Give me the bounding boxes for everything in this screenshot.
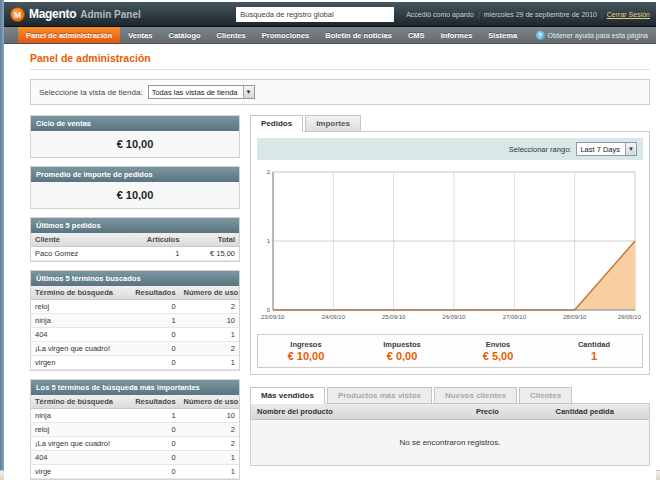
nav-item-informes[interactable]: Informes [433,27,481,43]
stat-value: 1 [546,350,642,362]
grid-column-nombre-del-producto[interactable]: Nombre del producto [251,404,470,419]
cell: 10 [180,314,239,328]
cell: 1 [180,465,239,479]
cell: 0 [128,451,180,465]
dashboard-content: Panel de administración Seleccione la vi… [4,44,656,480]
header-date: miércoles 29 de septiembre de 2010 [484,11,597,18]
cell: 0 [128,423,180,437]
stat-label: Ingresos [258,340,354,349]
last-search-terms-box: Últimos 5 términos buscados Término de b… [30,270,240,371]
cell: 1 [131,247,183,261]
nav-item-cms[interactable]: CMS [400,27,433,43]
help-label: Obtener ayuda para esta página [548,32,648,39]
cell: 0 [128,465,180,479]
global-search-input[interactable] [236,7,394,22]
cell: reloj [31,423,128,437]
dashboard-main: PedidosImportes Seleccionar rango: Last … [250,115,650,466]
orders-chart: 01223/09/1024/09/1025/09/1026/09/1027/09… [257,160,643,328]
svg-text:2: 2 [267,169,271,175]
table-row: virgen01 [31,356,239,370]
cell: 0 [128,300,180,314]
grid-header: Nombre del productoPrecioCantidad pedida [251,404,649,420]
column-header-t-rmino-de-b-squeda: Término de búsqueda [31,395,128,409]
grid-column-cantidad-pedida[interactable]: Cantidad pedida [549,404,649,419]
nav-item-promociones[interactable]: Promociones [254,27,318,43]
cell: reloj [31,300,128,314]
screen: M Magento Admin Panel Accedió como apard… [0,0,660,480]
orders-panel: Seleccionar rango: Last 7 Days ▼ 01223/0… [250,131,650,375]
column-header-t-rmino-de-b-squeda: Término de búsqueda [31,286,128,300]
separator: | [478,11,480,18]
magento-logo: M Magento Admin Panel [10,7,141,22]
store-view-select[interactable]: Todas las vistas de tienda ▼ [148,85,255,99]
orders-area-chart: 01223/09/1024/09/1025/09/1026/09/1027/09… [257,166,641,324]
nav-item-sistema[interactable]: Sistema [480,27,525,43]
svg-text:26/09/10: 26/09/10 [442,314,466,320]
cell: 2 [180,300,239,314]
brand-name: Magento [29,7,76,21]
table-row: 40401 [31,328,239,342]
cell: 1 [128,409,180,423]
stat-label: Cantidad [546,340,642,349]
cell: ¡La virgen que cuadro! [31,437,128,451]
magento-logo-icon: M [10,7,25,22]
orders-amounts-tabs: PedidosImportes [250,115,650,131]
tab-nuevos-clientes: Nuevos clientes [434,387,517,404]
table-row: virge01 [31,465,239,479]
box-title: Últimos 5 pedidos [31,218,239,233]
nav-item-clientes[interactable]: Clientes [209,27,254,43]
nav-item-ventas[interactable]: Ventas [120,27,160,43]
column-header-cliente: Cliente [31,233,131,247]
top-search-table: Término de búsquedaResultadosNúmero de u… [31,395,239,479]
range-select[interactable]: Last 7 Days ▼ [576,142,637,156]
stat-value: € 0,00 [354,350,450,362]
column-header-n-mero-de-usos: Número de usos [180,395,239,409]
tab-pedidos[interactable]: Pedidos [250,115,303,132]
tab-clientes: Clientes [519,387,572,404]
dashboard-sidebar: Ciclo de ventas € 10,00 Promedio de impo… [30,115,240,480]
table-row: ninja110 [31,409,239,423]
cell: Paco Gomez [31,247,131,261]
help-link[interactable]: ? Obtener ayuda para esta página [536,27,656,43]
stat-ingresos: Ingresos€ 10,00 [258,340,354,362]
stat-label: Envíos [450,340,546,349]
range-value: Last 7 Days [580,145,620,154]
chevron-down-icon: ▼ [243,86,254,98]
cell: 1 [180,451,239,465]
stat-impuestos: Impuestos€ 0,00 [354,340,450,362]
lifetime-sales-value: € 10,00 [31,131,239,157]
svg-text:25/09/10: 25/09/10 [382,314,406,320]
svg-text:29/09/10: 29/09/10 [618,314,641,320]
nav-item-bolet-n-de-noticias[interactable]: Boletín de noticias [317,27,400,43]
table-row: ¡La virgen que cuadro!02 [31,342,239,356]
cell: 404 [31,328,128,342]
svg-text:23/09/10: 23/09/10 [261,314,285,320]
separator: | [601,11,603,18]
cell: 1 [180,356,239,370]
grid-column-precio[interactable]: Precio [470,404,550,419]
table-row: reloj02 [31,423,239,437]
cell: ¡La virgen que cuadro! [31,342,128,356]
cell: 0 [128,437,180,451]
tab-m-s-vendidos[interactable]: Más vendidos [250,387,325,404]
help-icon: ? [536,31,545,40]
nav-item-cat-logo[interactable]: Catálogo [160,27,208,43]
last-search-table: Término de búsquedaResultadosNúmero de u… [31,286,239,370]
box-title: Últimos 5 términos buscados [31,271,239,286]
stat-env-os: Envíos€ 5,00 [450,340,546,362]
cell: 1 [128,314,180,328]
logout-link[interactable]: Cerrar Sesión [607,11,650,18]
divider [30,69,650,70]
cell: 1 [180,328,239,342]
nav-items: Panel de administraciónVentasCatálogoCli… [18,27,525,43]
nav-item-panel-de-administraci-n[interactable]: Panel de administración [18,27,120,43]
top-search-terms-box: Los 5 términos de búsqueda más important… [30,379,240,480]
table-row: reloj02 [31,300,239,314]
table-row: ¡La virgen que cuadro!02 [31,437,239,451]
cell: 404 [31,451,128,465]
stat-cantidad: Cantidad1 [546,340,642,362]
tab-importes[interactable]: Importes [305,115,361,132]
cell: € 15,00 [183,247,239,261]
column-header-resultados: Resultados [128,395,180,409]
header-user-info: Accedió como apardo | miércoles 29 de se… [406,11,650,18]
